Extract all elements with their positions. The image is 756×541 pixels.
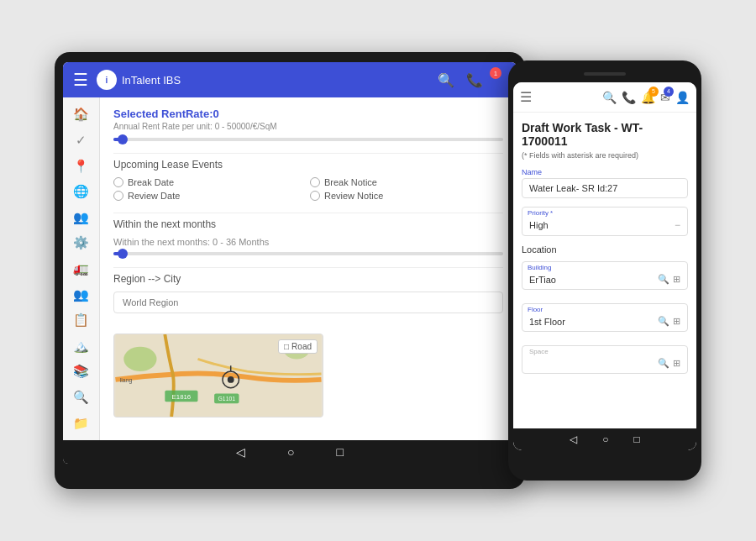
floor-inner[interactable]: 1st Floor 🔍 ⊞ <box>522 313 687 331</box>
rent-subtitle: Annual Rent Rate per unit: 0 - 50000/€/S… <box>113 122 503 131</box>
svg-text:Ilang: Ilang <box>119 377 132 384</box>
sidebar-folder-icon[interactable]: 📁 <box>69 412 94 433</box>
svg-point-8 <box>228 376 234 383</box>
tablet-recents-icon[interactable]: □ <box>337 445 344 459</box>
phone-hamburger-icon[interactable]: ☰ <box>520 89 532 105</box>
building-field-icons: 🔍 ⊞ <box>658 274 680 285</box>
building-inner[interactable]: ErTiao 🔍 ⊞ <box>522 271 687 289</box>
phone-main-content: Draft Work Task - WT-1700011 (* Fields w… <box>513 113 696 428</box>
phone-nav-bar: ☰ 🔍 📞 🔔 5 ✉ 4 👤 <box>513 82 696 113</box>
building-search-icon[interactable]: 🔍 <box>658 274 669 285</box>
floor-label: Floor <box>522 306 687 313</box>
sidebar-file-icon[interactable]: 📋 <box>69 310 94 331</box>
lease-events-title: Upcoming Lease Events <box>113 159 503 171</box>
rent-slider-track[interactable] <box>113 138 503 141</box>
space-inner[interactable]: 🔍 ⊞ <box>522 355 687 373</box>
review-date-label: Review Date <box>128 191 180 201</box>
rent-slider-thumb[interactable] <box>118 134 128 144</box>
within-months-subtitle: Within the next months: 0 - 36 Months <box>113 237 503 247</box>
svg-text:E1816: E1816 <box>172 393 192 401</box>
phone-search-icon[interactable]: 🔍 <box>602 91 617 104</box>
phone-bell-wrap: 🔔 5 <box>641 90 655 105</box>
radio-break-notice[interactable] <box>310 177 320 187</box>
phone-call-icon[interactable]: 📞 <box>622 91 636 104</box>
floor-field-icons: 🔍 ⊞ <box>658 316 680 327</box>
floor-expand-icon[interactable]: ⊞ <box>673 316 680 327</box>
tablet-search-icon[interactable]: 🔍 <box>438 72 454 88</box>
sidebar-home-icon[interactable]: 🏠 <box>69 104 94 125</box>
map-container[interactable]: E1816 G1101 Ilang □ Road <box>113 334 323 418</box>
sidebar-globe-icon[interactable]: 🌐 <box>69 181 94 202</box>
lease-break-notice[interactable]: Break Notice <box>310 177 503 187</box>
lease-review-date[interactable]: Review Date <box>113 191 307 201</box>
phone-mail-badge: 4 <box>664 87 674 97</box>
tablet-hamburger-icon[interactable]: ☰ <box>73 70 88 90</box>
map-road-icon: □ <box>284 342 289 351</box>
tablet-logo-area: i InTalent IBS <box>97 70 438 90</box>
tablet-badge: 1 <box>490 67 501 79</box>
sidebar-check-icon[interactable]: ✓ <box>69 130 94 151</box>
radio-review-notice[interactable] <box>310 191 320 201</box>
sidebar-location-icon[interactable]: 📍 <box>69 155 94 176</box>
priority-field: Priority * High − <box>522 207 688 236</box>
building-expand-icon[interactable]: ⊞ <box>673 274 680 285</box>
priority-label: Priority * <box>522 209 687 217</box>
lease-events-grid: Break Date Break Notice Review Date <box>113 177 503 201</box>
tablet-phone-icon[interactable]: 📞 <box>466 72 483 88</box>
space-search-icon[interactable]: 🔍 <box>658 358 669 369</box>
phone-screen: ☰ 🔍 📞 🔔 5 ✉ 4 👤 Draft Work Task - WT-170… <box>513 82 696 450</box>
tablet-nav-icons: 🔍 📞 1 <box>438 72 507 88</box>
tablet-bottom-nav: ◁ ○ □ <box>63 440 517 464</box>
space-expand-icon[interactable]: ⊞ <box>673 358 680 369</box>
space-field-icons: 🔍 ⊞ <box>658 358 680 369</box>
tablet-logo-icon: i <box>97 70 117 90</box>
tablet-device: ☰ i InTalent IBS 🔍 📞 1 🏠 ✓ 📍 🌐 👥 <box>55 52 525 489</box>
radio-break-date[interactable] <box>113 177 123 187</box>
svg-text:G1101: G1101 <box>218 396 235 402</box>
tablet-screen: ☰ i InTalent IBS 🔍 📞 1 🏠 ✓ 📍 🌐 👥 <box>63 62 517 464</box>
sidebar-group-icon[interactable]: 👥 <box>69 284 94 305</box>
priority-value: High <box>529 220 675 230</box>
review-notice-label: Review Notice <box>324 191 383 201</box>
tablet-main-content: Selected RentRate:0 Annual Rent Rate per… <box>100 97 517 440</box>
divider-2 <box>113 213 503 213</box>
sidebar-search-icon[interactable]: 🔍 <box>69 387 94 408</box>
rent-rate-section: Selected RentRate:0 Annual Rent Rate per… <box>113 108 503 141</box>
phone-home-icon[interactable]: ○ <box>602 433 608 445</box>
name-field-input[interactable]: Water Leak- SR Id:27 <box>522 178 688 198</box>
tablet-home-icon[interactable]: ○ <box>287 445 294 459</box>
floor-search-icon[interactable]: 🔍 <box>658 316 669 327</box>
sidebar-mountain-icon[interactable]: 🏔️ <box>69 335 94 356</box>
break-notice-label: Break Notice <box>324 177 377 187</box>
space-field: Space 🔍 ⊞ <box>522 345 688 374</box>
building-label: Building <box>522 264 687 271</box>
sidebar-truck-icon[interactable]: 🚛 <box>69 259 94 280</box>
name-field-label: Name <box>522 168 688 176</box>
sidebar-layers-icon[interactable]: 📚 <box>69 361 94 382</box>
phone-person-icon[interactable]: 👤 <box>675 91 690 104</box>
world-region-input[interactable] <box>113 292 503 313</box>
phone-recents-icon[interactable]: □ <box>634 433 640 445</box>
space-label: Space <box>522 348 687 355</box>
break-date-label: Break Date <box>128 177 174 187</box>
phone-back-icon[interactable]: ◁ <box>570 433 577 445</box>
radio-review-date[interactable] <box>113 191 123 201</box>
months-slider-track[interactable] <box>113 252 503 255</box>
phone-speaker <box>584 72 626 76</box>
sidebar-settings-icon[interactable]: ⚙️ <box>69 233 94 254</box>
lease-break-date[interactable]: Break Date <box>113 177 307 187</box>
lease-events-section: Upcoming Lease Events Break Date Break N… <box>113 159 503 201</box>
floor-field-wrap: Floor 1st Floor 🔍 ⊞ <box>522 303 688 332</box>
tablet-back-icon[interactable]: ◁ <box>236 445 245 459</box>
priority-inner[interactable]: High − <box>522 217 687 235</box>
sidebar-users-icon[interactable]: 👥 <box>69 207 94 228</box>
map-road-button[interactable]: □ Road <box>278 339 318 354</box>
phone-device: ☰ 🔍 📞 🔔 5 ✉ 4 👤 Draft Work Task - WT-170… <box>508 60 701 481</box>
months-slider-thumb[interactable] <box>118 249 128 259</box>
tablet-sidebar: 🏠 ✓ 📍 🌐 👥 ⚙️ 🚛 👥 📋 🏔️ 📚 🔍 📁 <box>63 97 100 440</box>
within-months-section: Within the next months Within the next m… <box>113 218 503 255</box>
lease-review-notice[interactable]: Review Notice <box>310 191 503 201</box>
tablet-app-name: InTalent IBS <box>122 74 181 87</box>
location-section-label: Location <box>522 244 688 255</box>
floor-value: 1st Floor <box>529 317 658 327</box>
